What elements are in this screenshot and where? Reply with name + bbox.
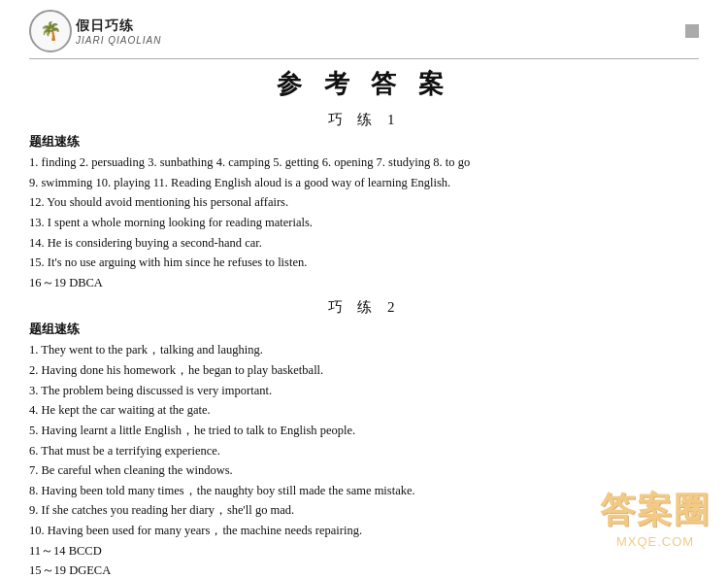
section2-line-0: 1. They went to the park，talking and lau… (29, 340, 699, 360)
section2-subtitle: 题组速练 (29, 321, 699, 338)
palm-icon: 🌴 (40, 20, 61, 42)
section1-line-2: 12. You should avoid mentioning his pers… (29, 192, 699, 213)
logo-cn-text: 假日巧练 (76, 17, 161, 35)
section2-line-4: 5. Having learnt a little English，he tri… (29, 421, 699, 441)
section2-content: 1. They went to the park，talking and lau… (29, 340, 699, 578)
logo-en-text: JIARI QIAOLIAN (76, 35, 161, 46)
section2-line-5: 6. That must be a terrifying experience. (29, 441, 699, 461)
section1-line-1: 9. swimming 10. playing 11. Reading Engl… (29, 173, 699, 193)
section1-line-4: 14. He is considering buying a second-ha… (29, 233, 699, 254)
header-right-box (685, 24, 699, 38)
section2-line-3: 4. He kept the car waiting at the gate. (29, 400, 699, 421)
section2-line-11: 15～19 DGECA (29, 561, 699, 578)
section2-line-1: 2. Having done his homework，he began to … (29, 360, 699, 381)
section1-title: 巧 练 1 (29, 111, 699, 129)
section2-title: 巧 练 2 (29, 298, 699, 317)
section2-line-2: 3. The problem being discussed is very i… (29, 381, 699, 401)
logo-text: 假日巧练 JIARI QIAOLIAN (76, 17, 161, 46)
logo-icon: 🌴 (29, 10, 72, 52)
section2-line-9: 10. Having been used for many years，the … (29, 521, 699, 541)
section1-subtitle: 题组速练 (29, 133, 699, 151)
section1-line-6: 16～19 DBCA (29, 273, 699, 293)
section2-line-8: 9. If she catches you reading her diary，… (29, 500, 699, 521)
header: 🌴 假日巧练 JIARI QIAOLIAN (29, 10, 699, 59)
main-title: 参 考 答 案 (29, 67, 699, 101)
section1-line-5: 15. It's no use arguing with him since h… (29, 253, 699, 273)
section1-line-3: 13. I spent a whole morning looking for … (29, 213, 699, 233)
section2-line-6: 7. Be careful when cleaning the windows. (29, 460, 699, 481)
section1-content: 1. finding 2. persuading 3. sunbathing 4… (29, 153, 699, 292)
section2-line-7: 8. Having been told many times，the naugh… (29, 481, 699, 501)
page: 🌴 假日巧练 JIARI QIAOLIAN 参 考 答 案 巧 练 1 题组速练… (0, 0, 728, 578)
section1-line-0: 1. finding 2. persuading 3. sunbathing 4… (29, 153, 699, 173)
section2-line-10: 11～14 BCCD (29, 541, 699, 561)
